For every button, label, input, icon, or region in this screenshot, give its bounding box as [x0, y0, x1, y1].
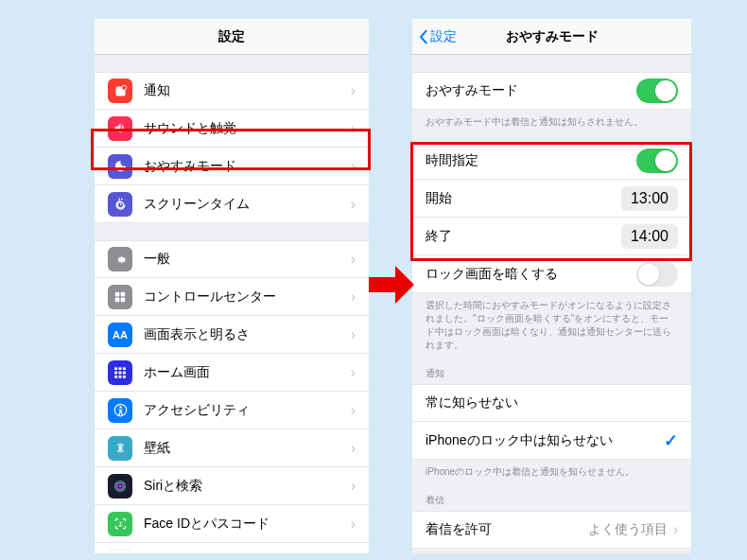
display-icon: AA: [108, 323, 132, 347]
svg-rect-13: [114, 375, 117, 377]
row-label: ロック画面を暗くする: [426, 266, 636, 283]
chevron-right-icon: ›: [351, 440, 356, 457]
row-value: よく使う項目: [588, 521, 668, 538]
row-label: 壁紙: [144, 440, 351, 457]
row-home[interactable]: ホーム画面 ›: [95, 354, 369, 392]
row-label: 着信を許可: [426, 521, 588, 538]
chevron-right-icon: ›: [351, 402, 356, 419]
row-label: iPhoneのロック中は知らせない: [426, 432, 664, 449]
row-label: 時間指定: [426, 152, 636, 169]
home-icon: [108, 360, 132, 385]
row-accessibility[interactable]: アクセシビリティ ›: [95, 392, 369, 429]
svg-point-1: [121, 85, 126, 90]
svg-rect-7: [114, 367, 117, 370]
silence-section: 常に知らせない iPhoneのロック中は知らせない ✓: [412, 384, 691, 460]
svg-rect-15: [123, 375, 126, 377]
svg-rect-3: [115, 291, 120, 296]
settings-screen-left: 設定 通知 › サウンドと触覚 › おやすみモード › スクリーンタイム › 一…: [95, 19, 369, 553]
row-scheduled[interactable]: 時間指定: [412, 142, 691, 180]
row-label: 通知: [144, 82, 351, 99]
chevron-right-icon: ›: [351, 516, 356, 533]
notif-header: 通知: [412, 363, 691, 384]
row-label: アクセシビリティ: [144, 402, 351, 419]
row-silence-always[interactable]: 常に知らせない: [412, 384, 691, 422]
header: 設定: [95, 19, 369, 55]
scheduled-toggle[interactable]: [636, 149, 678, 173]
row-control-center[interactable]: コントロールセンター ›: [95, 278, 369, 316]
chevron-right-icon: ›: [351, 364, 356, 381]
row-label: サウンドと触覚: [144, 120, 351, 137]
row-label: Siriと検索: [144, 478, 351, 495]
scheduled-section: 時間指定 開始 13:00 終了 14:00 ロック画面を暗くする: [412, 142, 691, 293]
dnd-footer: おやすみモード中は着信と通知は知らされません。: [412, 110, 691, 134]
allow-calls-footer: おやすみモードのとき、よく使う連絡先からの通話を着信します。: [412, 549, 691, 553]
row-label: 常に知らせない: [426, 394, 678, 411]
row-wallpaper[interactable]: 壁紙 ›: [95, 429, 369, 467]
page-title: 設定: [218, 28, 245, 45]
wallpaper-icon: [108, 436, 132, 461]
general-icon: [108, 247, 132, 271]
chevron-right-icon: ›: [351, 196, 356, 213]
arrow-icon: [367, 260, 416, 313]
row-label: コントロールセンター: [144, 289, 351, 306]
row-notifications[interactable]: 通知 ›: [95, 72, 369, 110]
checkmark-icon: ✓: [664, 430, 678, 451]
svg-rect-12: [123, 371, 126, 374]
row-label: 緊急SOS: [144, 553, 351, 554]
row-dnd-toggle[interactable]: おやすみモード: [412, 72, 691, 110]
svg-point-21: [119, 484, 122, 487]
row-allow-calls[interactable]: 着信を許可 よく使う項目 ›: [412, 511, 691, 549]
svg-rect-4: [121, 291, 126, 296]
notification-icon: [108, 79, 132, 103]
row-start[interactable]: 開始 13:00: [412, 180, 691, 218]
call-header: 着信: [412, 490, 691, 511]
row-label: Face IDとパスコード: [144, 516, 351, 533]
row-dim-lock[interactable]: ロック画面を暗くする: [412, 255, 691, 293]
back-label: 設定: [430, 28, 457, 45]
row-end[interactable]: 終了 14:00: [412, 218, 691, 255]
row-label: おやすみモード: [426, 82, 636, 99]
svg-rect-8: [119, 367, 122, 370]
row-label: スクリーンタイム: [144, 196, 351, 213]
settings-group-1: 通知 › サウンドと触覚 › おやすみモード › スクリーンタイム ›: [95, 72, 369, 223]
svg-rect-10: [114, 371, 117, 374]
svg-rect-9: [123, 367, 126, 370]
row-faceid[interactable]: Face IDとパスコード ›: [95, 505, 369, 543]
back-button[interactable]: 設定: [418, 28, 457, 45]
sos-icon: SOS: [108, 550, 132, 554]
row-label: おやすみモード: [144, 158, 351, 175]
end-time[interactable]: 14:00: [621, 224, 678, 249]
chevron-right-icon: ›: [351, 553, 356, 554]
row-display[interactable]: AA 画面表示と明るさ ›: [95, 316, 369, 354]
dim-toggle[interactable]: [636, 262, 678, 287]
row-sounds[interactable]: サウンドと触覚 ›: [95, 110, 369, 148]
dnd-icon: [108, 154, 132, 179]
row-sos[interactable]: SOS 緊急SOS ›: [95, 543, 369, 553]
svg-rect-5: [115, 297, 120, 302]
svg-point-17: [119, 406, 122, 409]
dnd-toggle[interactable]: [636, 79, 678, 103]
chevron-right-icon: ›: [673, 521, 678, 538]
chevron-right-icon: ›: [351, 251, 356, 268]
sounds-icon: [108, 116, 132, 141]
chevron-right-icon: ›: [351, 326, 356, 343]
control-center-icon: [108, 285, 132, 309]
row-general[interactable]: 一般 ›: [95, 240, 369, 278]
row-siri[interactable]: Siriと検索 ›: [95, 467, 369, 505]
call-section: 着信を許可 よく使う項目 ›: [412, 511, 691, 549]
svg-rect-11: [119, 371, 122, 374]
row-silence-locked[interactable]: iPhoneのロック中は知らせない ✓: [412, 422, 691, 460]
dim-footer: 選択した時間におやすみモードがオンになるように設定されました。"ロック画面を暗く…: [412, 293, 691, 358]
settings-group-2: 一般 › コントロールセンター › AA 画面表示と明るさ › ホーム画面 › …: [95, 240, 369, 553]
chevron-right-icon: ›: [351, 478, 356, 495]
page-title: おやすみモード: [506, 28, 599, 45]
row-dnd[interactable]: おやすみモード ›: [95, 148, 369, 185]
siri-icon: [108, 474, 132, 499]
row-screentime[interactable]: スクリーンタイム ›: [95, 185, 369, 223]
row-label: 一般: [144, 251, 351, 268]
dnd-section: おやすみモード: [412, 72, 691, 110]
svg-rect-6: [121, 297, 126, 302]
svg-rect-14: [119, 375, 122, 377]
row-label: ホーム画面: [144, 364, 351, 381]
start-time[interactable]: 13:00: [621, 186, 678, 211]
